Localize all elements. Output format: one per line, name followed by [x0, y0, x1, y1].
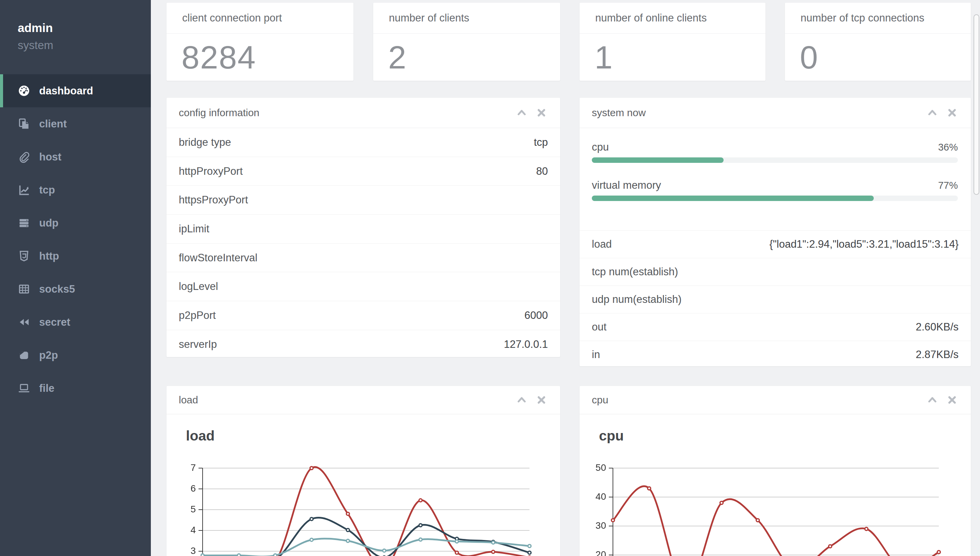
stat-card-title: number of online clients: [580, 3, 766, 34]
flag-icon: [18, 349, 30, 362]
info-row-value: 127.0.0.1: [504, 338, 548, 351]
user-block: admin system: [0, 0, 151, 52]
cpu-chart-canvas[interactable]: [580, 414, 971, 556]
gauge-percent: 36%: [938, 142, 958, 153]
system-panel: system now cpu 36% virtual memory 77%: [580, 98, 971, 366]
stat-card-title: client connection port: [166, 3, 353, 34]
system-gauges: cpu 36% virtual memory 77%: [580, 128, 971, 201]
sidebar-item-tcp[interactable]: tcp: [0, 173, 151, 207]
stat-card-title: number of clients: [373, 3, 560, 34]
sidebar-item-label: http: [39, 250, 59, 262]
info-row: serverIp 127.0.0.1: [166, 330, 560, 359]
load-chart-canvas[interactable]: [166, 414, 560, 556]
load-chart-panel: load load: [166, 386, 560, 556]
close-icon[interactable]: [536, 395, 546, 405]
stat-card: client connection port 8284: [166, 3, 353, 81]
config-rows: bridge type tcp httpProxyPort 80 httpsPr…: [166, 128, 560, 359]
info-row: udp num(establish): [580, 286, 971, 313]
info-row-label: httpsProxyPort: [179, 194, 248, 206]
close-icon[interactable]: [536, 108, 546, 118]
html5-icon: [18, 250, 30, 262]
chevron-up-icon[interactable]: [927, 395, 937, 405]
sidebar-item-host[interactable]: host: [0, 141, 151, 173]
stat-card: number of tcp connections 0: [785, 3, 971, 81]
panel-title: config information: [179, 107, 507, 118]
sidebar-item-label: tcp: [39, 184, 55, 196]
chevron-up-icon[interactable]: [517, 395, 527, 405]
chart-line-icon: [18, 184, 30, 196]
info-row: httpsProxyPort: [166, 186, 560, 215]
close-icon[interactable]: [947, 395, 957, 405]
info-row-value: tcp: [534, 136, 548, 149]
stat-card-title: number of tcp connections: [785, 3, 971, 34]
sidebar-item-file[interactable]: file: [0, 372, 151, 405]
paperclip-icon: [18, 150, 30, 163]
dashboard-gauge-icon: [18, 84, 30, 97]
info-row: flowStoreInterval: [166, 244, 560, 273]
progress-bar: [592, 196, 958, 201]
info-row-label: httpProxyPort: [179, 165, 243, 178]
stat-cards-left: client connection port 8284 number of cl…: [166, 3, 560, 81]
info-row-label: load: [592, 238, 612, 251]
sidebar-item-secret[interactable]: secret: [0, 305, 151, 339]
stat-card-value: 8284: [166, 34, 353, 81]
user-name: admin: [18, 21, 151, 35]
chevron-up-icon[interactable]: [517, 108, 527, 118]
sidebar-item-udp[interactable]: udp: [0, 207, 151, 239]
info-row-label: out: [592, 321, 606, 333]
stat-card-value: 1: [580, 34, 766, 81]
sidebar-item-p2p[interactable]: p2p: [0, 339, 151, 372]
app-window: admin system dashboard client host tcp u…: [0, 0, 980, 556]
info-row-value: 80: [536, 165, 548, 178]
gauge-label: cpu: [592, 141, 609, 153]
backward-icon: [18, 316, 30, 328]
scrollbar-thumb[interactable]: [974, 14, 979, 195]
info-row: in 2.87KB/s: [580, 341, 971, 368]
info-row-label: in: [592, 349, 600, 361]
close-icon[interactable]: [947, 108, 957, 118]
info-row-label: tcp num(establish): [592, 266, 678, 278]
progress-fill: [592, 157, 724, 163]
info-row-value: 6000: [524, 309, 548, 322]
system-rows: load {"load1":2.94,"load5":3.21,"load15"…: [580, 230, 971, 368]
sidebar-item-label: socks5: [39, 283, 75, 296]
sidebar-item-label: secret: [39, 316, 70, 328]
copy-icon: [18, 118, 30, 130]
user-role: system: [18, 39, 151, 52]
info-row-value: {"load1":2.94,"load5":3.21,"load15":3.14…: [769, 238, 959, 251]
sidebar-item-client[interactable]: client: [0, 107, 151, 141]
sidebar-item-label: udp: [39, 217, 58, 229]
sidebar-item-socks5[interactable]: socks5: [0, 273, 151, 305]
gauge-virtual-memory: virtual memory 77%: [592, 178, 958, 201]
panel-title: system now: [592, 107, 918, 118]
info-row: tcp num(establish): [580, 258, 971, 286]
sidebar-item-http[interactable]: http: [0, 239, 151, 273]
server-icon: [18, 217, 30, 229]
chevron-up-icon[interactable]: [927, 108, 937, 118]
stat-card: number of clients 2: [373, 3, 560, 81]
stat-card: number of online clients 1: [580, 3, 766, 81]
sidebar-item-dashboard[interactable]: dashboard: [0, 74, 151, 107]
gauge-cpu: cpu 36%: [592, 140, 958, 163]
info-row: out 2.60KB/s: [580, 313, 971, 341]
cpu-chart-panel: cpu cpu: [580, 386, 971, 556]
sidebar: admin system dashboard client host tcp u…: [0, 0, 151, 556]
info-row-label: bridge type: [179, 136, 231, 149]
gauge-label: virtual memory: [592, 179, 661, 191]
info-row-value: 2.87KB/s: [916, 349, 959, 361]
panel-title: load: [179, 394, 507, 406]
sidebar-menu: dashboard client host tcp udp http socks…: [0, 74, 151, 405]
info-row: ipLimit: [166, 215, 560, 244]
info-row: bridge type tcp: [166, 128, 560, 157]
progress-bar: [592, 157, 958, 163]
config-panel: config information bridge type tcp httpP…: [166, 98, 560, 357]
table-icon: [18, 283, 30, 296]
sidebar-item-label: file: [39, 382, 55, 394]
info-row: logLevel: [166, 272, 560, 301]
progress-fill: [592, 196, 874, 201]
sidebar-item-label: p2p: [39, 349, 58, 362]
info-row-value: 2.60KB/s: [916, 321, 959, 333]
gauge-percent: 77%: [938, 180, 958, 191]
info-row-label: serverIp: [179, 338, 217, 351]
stat-card-value: 0: [785, 34, 971, 81]
